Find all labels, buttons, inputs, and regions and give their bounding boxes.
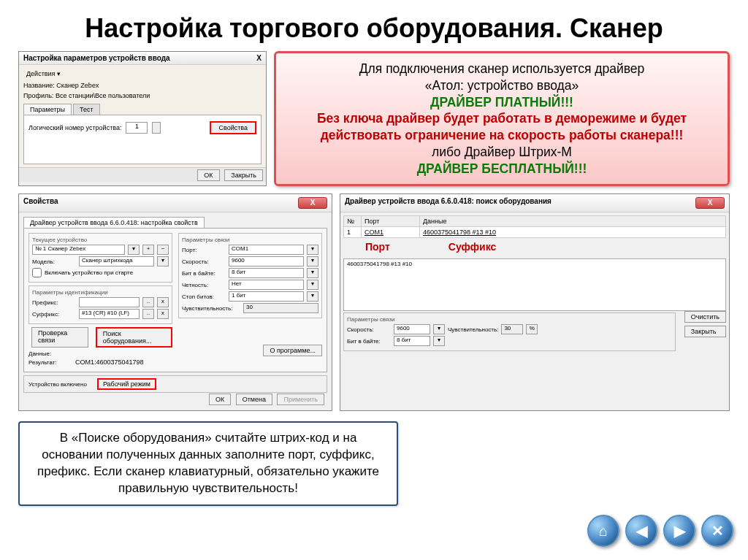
dialog-search: Драйвер устройств ввода 6.6.0.418: поиск… <box>340 193 730 411</box>
info-line: Для подключения сканер используется драй… <box>286 61 717 77</box>
sens-label: Чувствительность: <box>448 326 498 333</box>
tab-params[interactable]: Параметры <box>23 104 72 115</box>
close-icon[interactable]: X <box>298 197 327 209</box>
edit-button[interactable]: .. <box>142 309 154 319</box>
dropdown-icon[interactable]: ▾ <box>433 324 445 334</box>
data-label: Данные: <box>28 350 72 357</box>
port-select[interactable]: COM1 <box>229 245 304 255</box>
instruction-note: В «Поиске оборудования» считайте штрих-к… <box>18 421 398 506</box>
profile-value: Все станции\Все пользователи <box>56 92 150 99</box>
speed-select[interactable]: 9600 <box>229 256 304 266</box>
parity-select[interactable]: Нет <box>229 280 304 290</box>
table-row[interactable]: 1COM14600375041798 #13 #10 <box>344 227 726 238</box>
dialog-title: Настройка параметров устройств ввода <box>23 54 170 62</box>
bits-select[interactable]: 8 бит <box>394 336 430 346</box>
clear-button[interactable]: x <box>157 297 169 307</box>
speed-select[interactable]: 9600 <box>394 324 430 334</box>
home-button[interactable]: ⌂ <box>587 515 619 547</box>
sens-input: 30 <box>243 303 318 313</box>
dialog-settings: Настройка параметров устройств ввода X Д… <box>18 51 267 186</box>
ok-button[interactable]: ОК <box>197 169 219 181</box>
model-select[interactable]: Сканер штрихкода <box>79 256 154 266</box>
dropdown-icon[interactable]: ▾ <box>307 256 318 266</box>
fieldset-ident: Параметры идентификации <box>32 289 169 296</box>
dropdown-icon[interactable]: ▾ <box>307 268 318 278</box>
tab-driver[interactable]: Драйвер устройств ввода 6.6.0.418: настр… <box>23 217 205 228</box>
search-table: №ПортДанные 1COM14600375041798 #13 #10 <box>343 215 726 238</box>
percent-icon[interactable]: % <box>526 324 538 334</box>
exit-button[interactable]: ✕ <box>701 515 733 547</box>
info-free: ДРАЙВЕР БЕСПЛАТНЫЙ!!! <box>286 161 717 177</box>
add-button[interactable]: + <box>142 245 154 255</box>
workmode-button[interactable]: Рабочий режим <box>97 378 156 390</box>
dropdown-icon[interactable]: ▾ <box>307 245 318 255</box>
apply-button: Применить <box>277 394 324 405</box>
clear-button[interactable]: Очистить <box>684 311 726 323</box>
edit-button[interactable]: .. <box>142 297 154 307</box>
bits-select[interactable]: 8 бит <box>229 268 304 278</box>
close-button[interactable]: Закрыть <box>684 326 726 337</box>
logical-num-input[interactable]: 1 <box>126 122 148 134</box>
fieldset-current-device: Текущее устройство <box>32 237 169 243</box>
clear-button[interactable]: x <box>157 309 169 319</box>
info-line: либо Драйвер Штрих-М <box>286 144 717 161</box>
fieldset-conn: Параметры связи <box>182 237 318 243</box>
startup-label: Включать устройство при старте <box>45 269 133 276</box>
name-value: Сканер Zebex <box>56 82 99 89</box>
annotation-suffix: Суффикс <box>449 241 496 253</box>
prefix-input[interactable] <box>79 297 140 307</box>
slide-title: Настройка торгового оборудования. Сканер <box>0 0 748 51</box>
suffix-label: Суффикс: <box>32 311 76 318</box>
nav-buttons: ⌂ ◀ ▶ ✕ <box>587 515 733 547</box>
dropdown-icon[interactable]: ▾ <box>307 291 318 302</box>
ok-button[interactable]: ОК <box>209 394 231 405</box>
dropdown-icon[interactable]: ▾ <box>433 336 445 346</box>
data-list[interactable]: 4600375041798 #13 #10 <box>343 258 726 311</box>
search-equipment-button[interactable]: Поиск оборудования... <box>96 327 172 348</box>
cell-port: COM1 <box>362 227 420 238</box>
sens-label: Чувствительность: <box>182 305 240 312</box>
col-port: Порт <box>362 216 420 227</box>
actions-menu[interactable]: Действия ▾ <box>23 69 64 78</box>
port-label: Порт: <box>182 247 226 253</box>
properties-button[interactable]: Свойства <box>210 121 256 134</box>
sens-input: 30 <box>501 324 523 334</box>
col-n: № <box>344 216 362 227</box>
info-line: «Атол: устройство ввода» <box>286 77 717 94</box>
forward-button[interactable]: ▶ <box>663 515 695 547</box>
remove-button[interactable]: − <box>157 245 169 255</box>
suffix-input[interactable]: #13 (CR) #10 (LF) <box>79 309 140 319</box>
speed-label: Скорость: <box>347 326 391 333</box>
device-select[interactable]: № 1 Сканер Zebex <box>32 245 125 255</box>
dropdown-icon[interactable]: ▾ <box>128 245 140 255</box>
fieldset-conn: Параметры связи <box>347 316 672 323</box>
device-on-label: Устройство включено <box>28 381 87 388</box>
dialog-properties: Свойства X Драйвер устройств ввода 6.6.0… <box>18 193 332 411</box>
spinner-icon[interactable] <box>152 122 161 134</box>
col-data: Данные <box>420 216 726 227</box>
info-paid: ДРАЙВЕР ПЛАТНЫЙ!!! <box>286 94 717 111</box>
name-label: Название: <box>23 82 55 89</box>
prefix-label: Префикс: <box>32 299 76 306</box>
stopbits-label: Стоп битов: <box>182 294 226 300</box>
dialog-titlebar: Настройка параметров устройств ввода X <box>19 52 266 65</box>
parity-label: Четность: <box>182 282 226 288</box>
check-conn-button[interactable]: Проверка связи <box>31 327 88 348</box>
back-button[interactable]: ◀ <box>625 515 657 547</box>
dropdown-icon[interactable]: ▾ <box>307 280 318 290</box>
model-label: Модель: <box>32 258 76 265</box>
dropdown-icon[interactable]: ▾ <box>157 256 169 266</box>
profile-label: Профиль: <box>23 92 53 99</box>
cancel-button[interactable]: Отмена <box>236 394 272 405</box>
close-icon[interactable]: X <box>256 54 262 62</box>
tab-test[interactable]: Тест <box>73 104 100 115</box>
close-button[interactable]: Закрыть <box>224 169 263 181</box>
close-icon[interactable]: X <box>695 197 725 209</box>
startup-checkbox[interactable] <box>32 268 42 277</box>
about-button[interactable]: О программе... <box>263 345 322 356</box>
stopbits-select[interactable]: 1 бит <box>229 291 304 302</box>
speed-label: Скорость: <box>182 258 226 265</box>
dialog-title: Драйвер устройств ввода 6.6.0.418: поиск… <box>345 197 552 209</box>
cell-data: 4600375041798 #13 #10 <box>420 227 726 238</box>
info-warning: Без ключа драйвер будет работать в демор… <box>286 110 717 144</box>
